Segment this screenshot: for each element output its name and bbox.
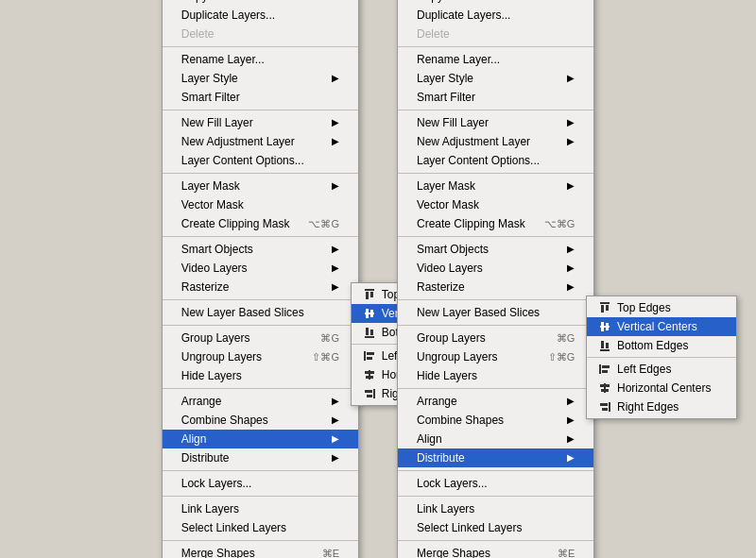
svg-rect-2 — [370, 292, 373, 297]
menu-item-smart-filter[interactable]: Smart Filter — [163, 88, 358, 107]
menu-item-lock-r[interactable]: Lock Layers... — [398, 474, 593, 493]
menu-item-duplicate-r[interactable]: Duplicate Layers... — [398, 6, 593, 25]
menu-item-rename-r[interactable]: Rename Layer... — [398, 50, 593, 69]
separator — [398, 299, 593, 300]
menu-item-new-layer-based-slices[interactable]: New Layer Based Slices — [163, 303, 358, 322]
arrow-icon: ▶ — [567, 261, 575, 276]
svg-rect-11 — [367, 357, 372, 360]
menu-item-video-layers[interactable]: Video Layers▶ — [163, 259, 358, 278]
menu-item-smart-objects[interactable]: Smart Objects▶ — [163, 240, 358, 259]
menu-item-vector-mask-r[interactable]: Vector Mask — [398, 195, 593, 214]
menu-item-smart-filter-r[interactable]: Smart Filter — [398, 88, 593, 107]
menu-item-video-layers-r[interactable]: Video Layers▶ — [398, 259, 593, 278]
menu-item-combine-shapes[interactable]: Combine Shapes▶ — [163, 411, 358, 430]
menu-item-rename[interactable]: Rename Layer... — [163, 50, 358, 69]
svg-rect-10 — [367, 352, 374, 355]
separator — [163, 236, 358, 237]
left-menu: Layer New▶ Copy CSS Duplicate Layers... … — [162, 0, 359, 558]
separator — [398, 496, 593, 497]
menu-item-combine-r[interactable]: Combine Shapes▶ — [398, 411, 593, 430]
svg-rect-18 — [600, 302, 610, 304]
arrow-icon: ▶ — [332, 71, 339, 86]
svg-rect-31 — [600, 384, 610, 387]
menu-item-align[interactable]: Align▶ — [163, 430, 358, 448]
submenu-top-edges-r[interactable]: Top Edges — [587, 298, 736, 317]
shortcut: ⌥⌘G — [544, 216, 576, 231]
svg-rect-8 — [370, 330, 373, 335]
arrow-icon: ▶ — [567, 242, 575, 257]
menu-item-link-layers[interactable]: Link Layers — [163, 499, 358, 518]
menu-item-layer-style-r[interactable]: Layer Style▶ — [398, 69, 593, 88]
menu-item-smart-objects-r[interactable]: Smart Objects▶ — [398, 240, 593, 259]
svg-rect-14 — [366, 376, 373, 379]
menu-item-duplicate[interactable]: Duplicate Layers... — [163, 6, 358, 25]
shortcut: ⇧⌘G — [312, 349, 339, 364]
separator — [398, 110, 593, 110]
arrow-icon: ▶ — [567, 450, 575, 465]
submenu-right-edges-r[interactable]: Right Edges — [587, 397, 736, 416]
menu-item-arrange[interactable]: Arrange▶ — [163, 392, 358, 411]
menu-item-clipping-mask[interactable]: Create Clipping Mask⌥⌘G — [163, 214, 358, 233]
arrow-icon: ▶ — [332, 134, 339, 149]
separator — [163, 46, 358, 47]
menu-item-ungroup-layers[interactable]: Ungroup Layers⇧⌘G — [163, 347, 358, 366]
arrow-icon: ▶ — [332, 394, 339, 409]
menu-item-new-slices-r[interactable]: New Layer Based Slices — [398, 303, 593, 322]
menu-item-layer-mask-r[interactable]: Layer Mask▶ — [398, 177, 593, 195]
submenu-horizontal-centers-r[interactable]: Horizontal Centers — [587, 379, 736, 397]
shortcut: ⌥⌘G — [308, 216, 339, 231]
menu-item-new-adjustment[interactable]: New Adjustment Layer▶ — [163, 132, 358, 151]
menu-item-hide-r[interactable]: Hide Layers — [398, 366, 593, 385]
submenu-vertical-centers-r[interactable]: Vertical Centers — [587, 317, 736, 336]
menu-item-lock-layers[interactable]: Lock Layers... — [163, 474, 358, 493]
separator — [163, 388, 358, 389]
menu-item-clipping-mask-r[interactable]: Create Clipping Mask⌥⌘G — [398, 214, 593, 233]
menu-item-distribute-r[interactable]: Distribute▶ — [398, 448, 593, 467]
shortcut: ⌘E — [558, 546, 575, 558]
menu-item-layer-content[interactable]: Layer Content Options... — [163, 151, 358, 170]
svg-rect-27 — [599, 364, 601, 374]
menu-item-group-r[interactable]: Group Layers⌘G — [398, 329, 593, 347]
svg-rect-33 — [609, 402, 610, 412]
svg-rect-19 — [601, 305, 604, 313]
svg-rect-32 — [601, 389, 609, 392]
separator — [163, 470, 358, 471]
menu-item-ungroup-r[interactable]: Ungroup Layers⇧⌘G — [398, 347, 593, 366]
separator — [398, 470, 593, 471]
arrow-icon: ▶ — [567, 413, 575, 428]
svg-rect-5 — [370, 310, 373, 317]
menu-item-new-adjustment-r[interactable]: New Adjustment Layer▶ — [398, 132, 593, 151]
menu-item-rasterize[interactable]: Rasterize▶ — [163, 278, 358, 296]
menu-item-select-linked-r[interactable]: Select Linked Layers — [398, 518, 593, 537]
menu-item-align-r[interactable]: Align▶ — [398, 430, 593, 448]
menu-item-group-layers[interactable]: Group Layers⌘G — [163, 329, 358, 347]
menu-item-layer-content-r[interactable]: Layer Content Options... — [398, 151, 593, 170]
menu-item-layer-style[interactable]: Layer Style▶ — [163, 69, 358, 88]
menu-item-vector-mask[interactable]: Vector Mask — [163, 195, 358, 214]
arrow-icon: ▶ — [332, 178, 339, 194]
menu-item-distribute[interactable]: Distribute▶ — [163, 448, 358, 467]
svg-rect-13 — [365, 371, 374, 374]
menu-item-arrange-r[interactable]: Arrange▶ — [398, 392, 593, 411]
menu-item-rasterize-r[interactable]: Rasterize▶ — [398, 278, 593, 296]
svg-rect-23 — [606, 323, 609, 330]
menu-item-select-linked[interactable]: Select Linked Layers — [163, 518, 358, 537]
menu-item-merge-shapes[interactable]: Merge Shapes⌘E — [163, 544, 358, 558]
menu-item-link-r[interactable]: Link Layers — [398, 499, 593, 518]
arrow-icon: ▶ — [332, 413, 339, 428]
svg-rect-25 — [601, 341, 604, 348]
menu-item-layer-mask[interactable]: Layer Mask▶ — [163, 177, 358, 195]
arrow-icon: ▶ — [567, 134, 575, 149]
submenu-bottom-edges-r[interactable]: Bottom Edges — [587, 336, 736, 355]
arrow-icon: ▶ — [567, 115, 575, 130]
menu-item-hide-layers[interactable]: Hide Layers — [163, 366, 358, 385]
arrow-icon: ▶ — [567, 279, 575, 295]
right-distribute-submenu: Top Edges Vertical Centers Bottom Edges — [586, 296, 737, 419]
submenu-left-edges-r[interactable]: Left Edges — [587, 360, 736, 379]
menu-item-new-fill-r[interactable]: New Fill Layer▶ — [398, 113, 593, 132]
menu-item-new-fill[interactable]: New Fill Layer▶ — [163, 113, 358, 132]
menu-item-merge-shapes-r[interactable]: Merge Shapes⌘E — [398, 544, 593, 558]
svg-rect-35 — [602, 408, 608, 411]
top-edges-icon — [598, 301, 611, 314]
svg-rect-22 — [601, 322, 604, 331]
